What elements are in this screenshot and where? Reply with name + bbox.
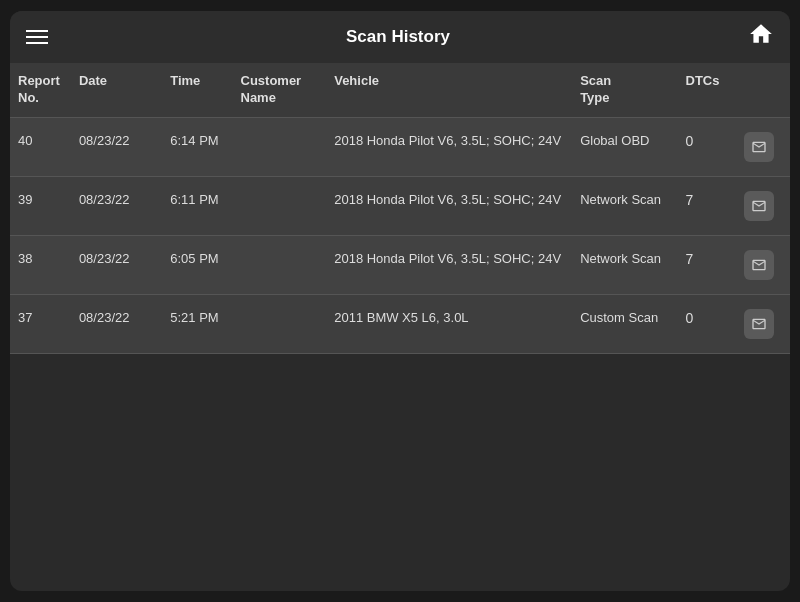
cell-vehicle-2: 2018 Honda Pilot V6, 3.5L; SOHC; 24V bbox=[326, 235, 572, 294]
view-report-button-3[interactable] bbox=[744, 309, 774, 339]
cell-vehicle-3: 2011 BMW X5 L6, 3.0L bbox=[326, 294, 572, 353]
scan-history-table: ReportNo. Date Time CustomerName Vehicle… bbox=[10, 63, 790, 591]
cell-time-1: 6:11 PM bbox=[162, 176, 232, 235]
home-button[interactable] bbox=[748, 21, 774, 53]
header: Scan History bbox=[10, 11, 790, 63]
col-header-report: ReportNo. bbox=[10, 63, 71, 117]
cell-time-3: 5:21 PM bbox=[162, 294, 232, 353]
cell-action-0 bbox=[736, 117, 790, 176]
cell-date-3: 08/23/22 bbox=[71, 294, 162, 353]
table-row: 39 08/23/22 6:11 PM 2018 Honda Pilot V6,… bbox=[10, 176, 790, 235]
table-row: 40 08/23/22 6:14 PM 2018 Honda Pilot V6,… bbox=[10, 117, 790, 176]
view-report-button-2[interactable] bbox=[744, 250, 774, 280]
col-header-date: Date bbox=[71, 63, 162, 117]
cell-vehicle-0: 2018 Honda Pilot V6, 3.5L; SOHC; 24V bbox=[326, 117, 572, 176]
cell-time-0: 6:14 PM bbox=[162, 117, 232, 176]
cell-action-3 bbox=[736, 294, 790, 353]
cell-customer-3 bbox=[233, 294, 327, 353]
cell-report-1: 39 bbox=[10, 176, 71, 235]
cell-date-2: 08/23/22 bbox=[71, 235, 162, 294]
cell-report-0: 40 bbox=[10, 117, 71, 176]
table-row: 38 08/23/22 6:05 PM 2018 Honda Pilot V6,… bbox=[10, 235, 790, 294]
cell-scantype-0: Global OBD bbox=[572, 117, 677, 176]
cell-report-2: 38 bbox=[10, 235, 71, 294]
col-header-vehicle: Vehicle bbox=[326, 63, 572, 117]
cell-action-2 bbox=[736, 235, 790, 294]
cell-dtcs-3: 0 bbox=[678, 294, 737, 353]
table-row: 37 08/23/22 5:21 PM 2011 BMW X5 L6, 3.0L… bbox=[10, 294, 790, 353]
cell-report-3: 37 bbox=[10, 294, 71, 353]
cell-customer-0 bbox=[233, 117, 327, 176]
cell-scantype-1: Network Scan bbox=[572, 176, 677, 235]
page-title: Scan History bbox=[346, 27, 450, 47]
cell-action-1 bbox=[736, 176, 790, 235]
cell-dtcs-0: 0 bbox=[678, 117, 737, 176]
cell-scantype-2: Network Scan bbox=[572, 235, 677, 294]
cell-dtcs-1: 7 bbox=[678, 176, 737, 235]
cell-date-1: 08/23/22 bbox=[71, 176, 162, 235]
cell-dtcs-2: 7 bbox=[678, 235, 737, 294]
col-header-customer: CustomerName bbox=[233, 63, 327, 117]
view-report-button-1[interactable] bbox=[744, 191, 774, 221]
col-header-action bbox=[736, 63, 790, 117]
device-frame: Scan History ReportNo. Date Time Custome… bbox=[10, 11, 790, 591]
table-header-row: ReportNo. Date Time CustomerName Vehicle… bbox=[10, 63, 790, 117]
col-header-dtcs: DTCs bbox=[678, 63, 737, 117]
cell-customer-2 bbox=[233, 235, 327, 294]
col-header-scantype: ScanType bbox=[572, 63, 677, 117]
cell-customer-1 bbox=[233, 176, 327, 235]
cell-date-0: 08/23/22 bbox=[71, 117, 162, 176]
cell-time-2: 6:05 PM bbox=[162, 235, 232, 294]
cell-scantype-3: Custom Scan bbox=[572, 294, 677, 353]
view-report-button-0[interactable] bbox=[744, 132, 774, 162]
cell-vehicle-1: 2018 Honda Pilot V6, 3.5L; SOHC; 24V bbox=[326, 176, 572, 235]
menu-button[interactable] bbox=[26, 30, 48, 44]
col-header-time: Time bbox=[162, 63, 232, 117]
